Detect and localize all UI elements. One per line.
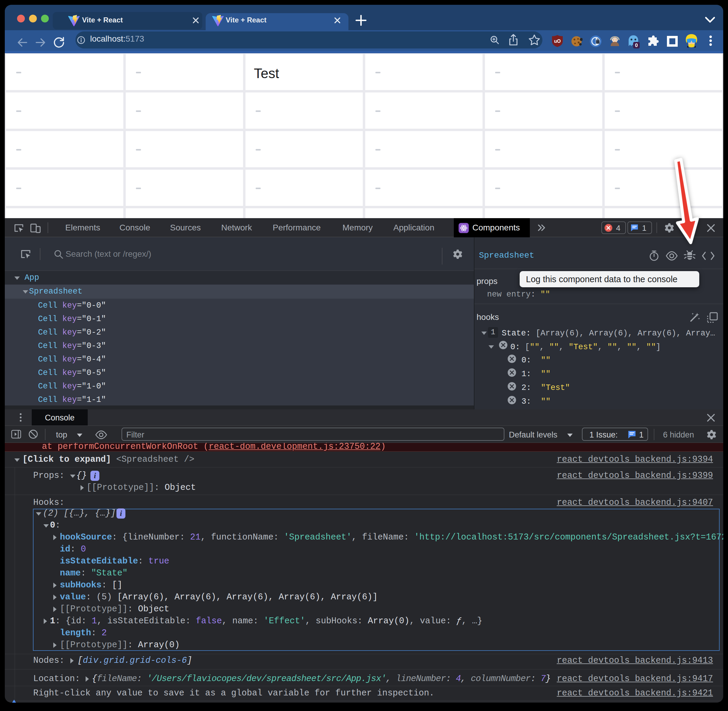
svg-text:0: 0 <box>635 43 638 48</box>
svg-text:uO: uO <box>554 38 561 44</box>
